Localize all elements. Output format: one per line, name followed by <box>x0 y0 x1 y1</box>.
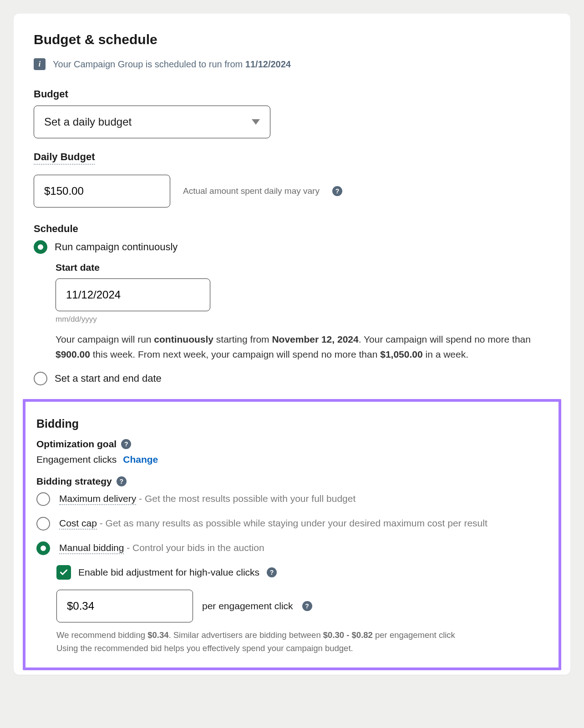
budget-type-value: Set a daily budget <box>44 116 132 128</box>
help-icon[interactable]: ? <box>302 601 312 611</box>
schedule-summary: Your campaign will run continuously star… <box>56 332 550 362</box>
radio-manual-bidding[interactable] <box>36 541 50 555</box>
radio-continuous-label: Run campaign continuously <box>55 241 178 253</box>
info-text: Your Campaign Group is scheduled to run … <box>53 59 245 69</box>
schedule-section-label: Schedule <box>34 223 550 235</box>
help-icon[interactable]: ? <box>121 439 131 449</box>
page-title: Budget & schedule <box>34 32 550 47</box>
help-icon[interactable]: ? <box>267 567 277 577</box>
bidding-strategy-label: Bidding strategy ? <box>36 476 548 487</box>
optimization-goal-label: Optimization goal ? <box>36 439 548 450</box>
daily-budget-label: Daily Budget <box>34 151 95 165</box>
start-date-format-hint: mm/dd/yyyy <box>56 315 550 324</box>
help-icon[interactable]: ? <box>332 186 342 196</box>
daily-budget-input[interactable] <box>34 175 170 207</box>
budget-section-label: Budget <box>34 88 550 100</box>
daily-budget-hint: Actual amount spent daily may vary <box>183 186 320 196</box>
bid-amount-input[interactable] <box>56 590 193 622</box>
budget-schedule-card: Budget & schedule i Your Campaign Group … <box>14 14 570 675</box>
start-date-label: Start date <box>56 262 550 273</box>
strategy-name-maximum-delivery: Maximum delivery <box>59 493 136 505</box>
radio-continuous[interactable] <box>34 240 47 254</box>
start-date-input[interactable] <box>56 278 210 311</box>
help-icon[interactable]: ? <box>117 476 127 486</box>
info-icon: i <box>34 58 46 70</box>
chevron-down-icon <box>252 119 260 125</box>
budget-type-select[interactable]: Set a daily budget <box>34 106 270 138</box>
campaign-group-info: i Your Campaign Group is scheduled to ru… <box>34 58 550 70</box>
radio-maximum-delivery[interactable] <box>36 492 50 506</box>
bidding-highlight: Bidding Optimization goal ? Engagement c… <box>23 399 561 670</box>
info-date: 11/12/2024 <box>245 59 291 69</box>
checkbox-bid-adjustment[interactable] <box>56 565 71 580</box>
radio-start-end-date-label: Set a start and end date <box>55 373 162 384</box>
optimization-goal-value: Engagement clicks <box>36 454 117 465</box>
radio-cost-cap[interactable] <box>36 517 50 531</box>
bid-recommendation: We recommend bidding $0.34. Similar adve… <box>56 629 548 655</box>
radio-start-end-date[interactable] <box>34 372 47 385</box>
change-goal-link[interactable]: Change <box>123 454 158 465</box>
checkbox-bid-adjustment-label: Enable bid adjustment for high-value cli… <box>78 567 259 578</box>
bid-unit-label: per engagement click <box>202 601 293 612</box>
strategy-name-cost-cap: Cost cap <box>59 518 97 530</box>
bidding-section-label: Bidding <box>36 417 548 430</box>
strategy-name-manual-bidding: Manual bidding <box>59 542 124 554</box>
